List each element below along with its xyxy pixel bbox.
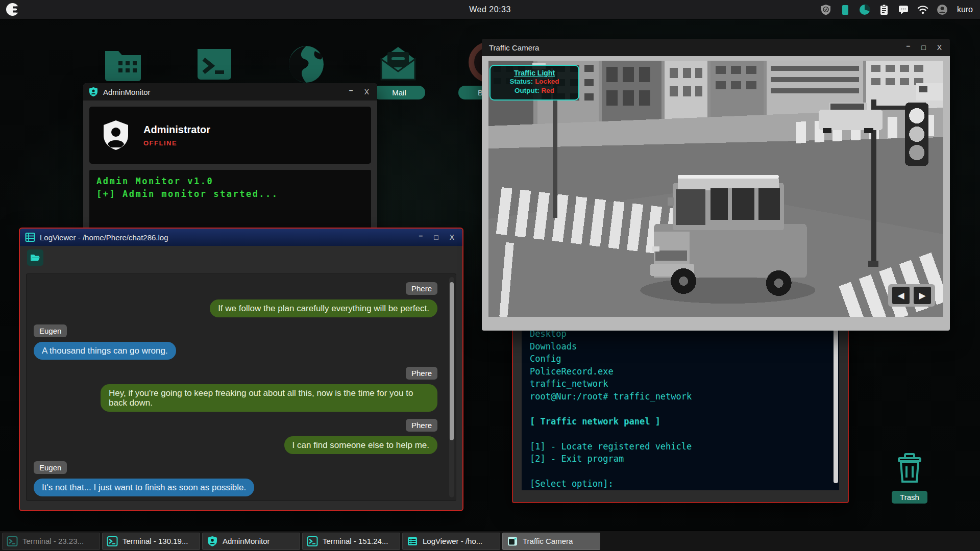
user-avatar-icon[interactable] <box>937 4 948 15</box>
disk-usage-pie-icon[interactable] <box>859 4 870 15</box>
terminal-app-icon[interactable] <box>192 42 236 86</box>
camera-feed: Traffic Light Status: Locked Output: Red… <box>488 61 943 317</box>
taskbar-item-label: AdminMonitor <box>223 537 270 545</box>
status-label: Status: <box>510 78 535 85</box>
window-title: LogViewer - /home/Phere/chat286.log <box>40 233 168 242</box>
sender-tag: Phere <box>406 282 437 295</box>
terminal-line <box>530 428 831 440</box>
browser-globe-icon[interactable] <box>284 42 328 86</box>
minimize-button[interactable]: – <box>906 42 910 49</box>
chat-message: PhereHey, if you're going to keep freaki… <box>33 367 446 412</box>
chat-message: EugenIt's not that... I just want to fin… <box>33 461 446 496</box>
mail-app-icon[interactable] <box>376 42 420 86</box>
taskbar-item-adminmonitor[interactable]: AdminMonitor <box>202 533 300 550</box>
output-label: Output: <box>514 87 541 94</box>
terminal-line: Config <box>530 353 831 365</box>
taskbar-item-terminal-23-23[interactable]: Terminal - 23.23... <box>2 533 100 550</box>
shield-check-icon[interactable] <box>820 4 831 15</box>
prev-camera-button[interactable]: ◀ <box>892 287 910 304</box>
terminal-line: traffic_network <box>530 378 831 390</box>
trash-label: Trash <box>892 491 927 504</box>
close-button[interactable]: X <box>450 234 454 241</box>
terminal-line <box>530 403 831 415</box>
log-viewer-toolbar <box>20 246 462 269</box>
maximize-button[interactable]: □ <box>921 44 925 51</box>
console-line: [+] Admin monitor started... <box>96 188 364 201</box>
sender-tag: Eugen <box>34 461 67 474</box>
trash-icon <box>893 451 926 485</box>
file-explorer-icon[interactable] <box>101 42 145 86</box>
close-button[interactable]: X <box>364 88 369 95</box>
wifi-icon[interactable] <box>917 4 928 15</box>
admin-shield-icon <box>88 87 99 97</box>
status-value: Locked <box>535 78 559 85</box>
battery-icon[interactable] <box>840 4 851 15</box>
minimize-button[interactable]: – <box>419 232 423 239</box>
overlay-title: Traffic Light <box>491 69 578 77</box>
terminal-line: PoliceRecord.exe <box>530 365 831 378</box>
trash[interactable]: Trash <box>886 451 933 504</box>
sender-tag: Eugen <box>34 324 67 337</box>
camera-icon <box>507 536 518 547</box>
top-menu-bar: Wed 20:33 kuro <box>0 0 980 19</box>
window-title: Traffic Camera <box>489 43 539 52</box>
chat-notifications-icon[interactable] <box>898 4 909 15</box>
taskbar-item-logviewer-ho[interactable]: LogViewer - /ho... <box>402 533 500 550</box>
taskbar-item-traffic-camera[interactable]: Traffic Camera <box>502 533 600 550</box>
log-viewer-icon <box>25 232 35 242</box>
terminal-line: [ Traffic network panel ] <box>530 415 831 428</box>
traffic-light-info-overlay: Traffic Light Status: Locked Output: Red <box>489 65 579 101</box>
terminal-line: [Select option]: <box>530 478 831 490</box>
chat-log-panel: PhereIf we follow the plan carefully eve… <box>26 273 456 501</box>
chat-message: PhereIf we follow the plan carefully eve… <box>33 282 446 317</box>
close-button[interactable]: X <box>937 44 942 51</box>
chat-bubble: If we follow the plan carefully everythi… <box>210 299 437 317</box>
mail-icon-label[interactable]: Mail <box>373 86 425 99</box>
chat-bubble: Hey, if you're going to keep freaking ou… <box>101 384 437 412</box>
log-viewer-titlebar[interactable]: LogViewer - /home/Phere/chat286.log – □ … <box>20 229 462 246</box>
maximize-button[interactable]: □ <box>434 234 438 241</box>
shield-icon <box>207 536 218 547</box>
taskbar-item-label: Terminal - 23.23... <box>22 537 84 545</box>
admin-monitor-titlebar[interactable]: AdminMonitor – X <box>83 83 377 101</box>
sender-tag: Phere <box>406 419 437 432</box>
taskbar-item-label: LogViewer - /ho... <box>423 537 482 545</box>
username-label: kuro <box>957 5 973 14</box>
minimize-button[interactable]: – <box>349 87 353 94</box>
terminal-line: [1] - Locate registered vehicle <box>530 440 831 453</box>
chat-bubble: A thousand things can go wrong. <box>34 342 176 360</box>
open-file-button[interactable] <box>27 249 43 266</box>
terminal-line: [2] - Exit program <box>530 453 831 465</box>
administrator-shield-icon <box>102 120 130 151</box>
clipboard-icon[interactable] <box>878 4 890 15</box>
output-value: Red <box>541 87 554 94</box>
terminal-line: root@Nur:/root# traffic_network <box>530 390 831 403</box>
taskbar-item-label: Terminal - 130.19... <box>122 537 188 545</box>
taskbar-item-terminal-130-19[interactable]: Terminal - 130.19... <box>102 533 200 550</box>
terminal-line: Downloads <box>530 340 831 353</box>
traffic-camera-titlebar[interactable]: Traffic Camera – □ X <box>482 39 950 56</box>
camera-nav: ◀ ▶ <box>888 284 935 307</box>
chat-scrollbar[interactable] <box>449 277 454 497</box>
next-camera-button[interactable]: ▶ <box>914 287 931 304</box>
chat-message-list: PhereIf we follow the plan carefully eve… <box>33 282 446 501</box>
chat-scrollbar-thumb[interactable] <box>450 282 454 440</box>
traffic-camera-body: Traffic Light Status: Locked Output: Red… <box>482 56 950 331</box>
folder-open-icon <box>30 253 40 262</box>
terminal-icon <box>7 536 18 547</box>
sender-tag: Phere <box>406 367 437 380</box>
taskbar-item-label: Traffic Camera <box>523 537 573 545</box>
terminal-icon <box>307 536 318 547</box>
system-tray: kuro <box>820 4 980 15</box>
chat-message: PhereI can find someone else to help me. <box>33 419 446 454</box>
admin-account-panel: Administrator OFFLINE <box>89 107 371 164</box>
terminal-icon <box>107 536 118 547</box>
taskbar-item-terminal-151-24[interactable]: Terminal - 151.24... <box>302 533 400 550</box>
window-title: AdminMonitor <box>103 88 151 96</box>
chat-message: EugenA thousand things can go wrong. <box>33 324 446 360</box>
traffic-camera-window: Traffic Camera – □ X <box>482 39 950 331</box>
console-line: Admin Monitor v1.0 <box>96 175 364 188</box>
log-viewer-window: LogViewer - /home/Phere/chat286.log – □ … <box>19 228 463 511</box>
administrator-status: OFFLINE <box>143 139 210 147</box>
terminal-line <box>530 465 831 478</box>
